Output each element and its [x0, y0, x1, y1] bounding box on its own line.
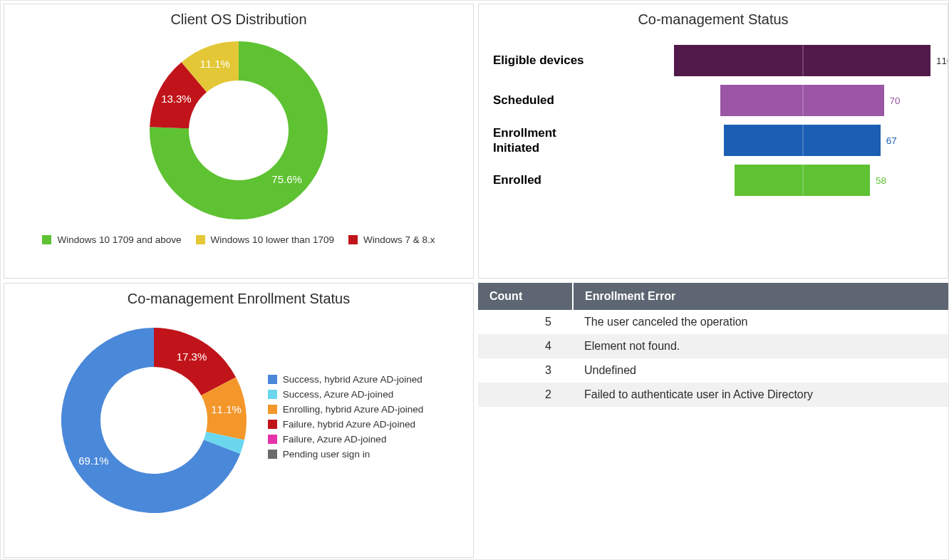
cell-count: 3: [478, 358, 573, 383]
legend-label: Failure, hybrid Azure AD-joined: [283, 419, 415, 430]
cell-error: The user canceled the operation: [573, 310, 948, 334]
funnel-label: Enrolled: [486, 172, 671, 187]
legend-item[interactable]: Failure, Azure AD-joined: [268, 434, 423, 445]
legend-label: Windows 10 1709 and above: [57, 234, 181, 245]
legend-item[interactable]: Failure, hybrid Azure AD-joined: [268, 419, 423, 430]
funnel-bar[interactable]: 58: [735, 165, 870, 196]
legend-label: Failure, Azure AD-joined: [283, 434, 387, 445]
funnel-label: Eligible devices: [486, 53, 671, 68]
donut-segment-label: 17.3%: [177, 351, 207, 363]
legend-label: Success, Azure AD-joined: [283, 389, 393, 400]
tile-error-table: Count Enrollment Error 5The user cancele…: [478, 283, 948, 558]
tile-title: Client OS Distribution: [4, 11, 473, 28]
funnel-bar[interactable]: 70: [720, 85, 883, 116]
funnel-bar-zone: 58: [671, 165, 933, 196]
table-row[interactable]: 2Failed to authenticate user in Active D…: [478, 383, 948, 407]
legend-label: Windows 10 lower than 1709: [211, 234, 334, 245]
legend-label: Enrolling, hybrid Azure AD-joined: [283, 404, 423, 415]
legend-enroll: Success, hybrid Azure AD-joinedSuccess, …: [268, 374, 430, 460]
legend-item[interactable]: Windows 7 & 8.x: [348, 234, 435, 245]
legend-swatch: [268, 450, 277, 459]
error-table: Count Enrollment Error 5The user cancele…: [478, 283, 948, 407]
legend-item[interactable]: Enrolling, hybrid Azure AD-joined: [268, 404, 423, 415]
legend-swatch: [268, 405, 277, 414]
donut-segment-label: 69.1%: [78, 455, 109, 467]
funnel-bar-zone: 110: [671, 45, 933, 76]
funnel-bar-zone: 67: [671, 125, 933, 156]
tile-title: Co-management Enrollment Status: [4, 291, 473, 307]
cell-count: 4: [478, 334, 573, 358]
funnel-value: 110: [936, 56, 948, 66]
funnel-value: 58: [876, 175, 886, 186]
funnel-label: EnrollmentInitiated: [486, 125, 671, 156]
legend-swatch: [268, 435, 277, 444]
funnel-bar[interactable]: 67: [724, 125, 880, 156]
tile-enrollment-status: Co-management Enrollment Status 17.3%11.…: [4, 283, 474, 558]
col-header-error[interactable]: Enrollment Error: [573, 283, 948, 310]
funnel-row[interactable]: Scheduled70: [486, 85, 933, 116]
donut-segment-label: 11.1%: [199, 58, 230, 70]
legend-item[interactable]: Windows 10 lower than 1709: [196, 234, 334, 245]
dashboard: Client OS Distribution 75.6%13.3%11.1% W…: [0, 0, 949, 560]
legend-item[interactable]: Pending user sign in: [268, 449, 423, 460]
funnel-row[interactable]: Eligible devices110: [486, 45, 933, 76]
legend-swatch: [268, 420, 277, 429]
legend-item[interactable]: Success, Azure AD-joined: [268, 389, 423, 400]
tile-client-os-distribution: Client OS Distribution 75.6%13.3%11.1% W…: [4, 4, 474, 279]
funnel-label: Scheduled: [486, 93, 671, 108]
tile-comgmt-status: Co-management Status Eligible devices110…: [478, 4, 948, 279]
donut-segment-label: 11.1%: [211, 403, 242, 415]
legend-label: Windows 7 & 8.x: [363, 234, 435, 245]
legend-swatch: [268, 390, 277, 399]
col-header-count[interactable]: Count: [478, 283, 573, 310]
funnel-bar-zone: 70: [671, 85, 933, 116]
funnel-value: 67: [886, 135, 897, 146]
cell-error: Failed to authenticate user in Active Di…: [573, 383, 948, 407]
funnel-row[interactable]: Enrolled58: [486, 165, 933, 196]
donut-segment-label: 75.6%: [271, 173, 302, 185]
table-row[interactable]: 5The user canceled the operation: [478, 310, 948, 334]
funnel-chart[interactable]: Eligible devices110Scheduled70Enrollment…: [479, 31, 948, 203]
donut-segment-label: 13.3%: [161, 93, 192, 105]
legend-swatch: [268, 375, 277, 384]
legend-label: Pending user sign in: [283, 449, 370, 460]
funnel-row[interactable]: EnrollmentInitiated67: [486, 125, 933, 156]
funnel-value: 70: [890, 95, 901, 106]
legend-item[interactable]: Success, hybrid Azure AD-joined: [268, 374, 423, 385]
funnel-bar[interactable]: 110: [674, 45, 930, 76]
legend-swatch: [196, 235, 205, 244]
cell-error: Undefined: [573, 358, 948, 383]
legend-swatch: [42, 235, 51, 244]
cell-count: 2: [478, 383, 573, 407]
tile-title: Co-management Status: [479, 11, 948, 28]
legend-swatch: [348, 235, 358, 244]
legend-label: Success, hybrid Azure AD-joined: [283, 374, 422, 385]
legend-item[interactable]: Windows 10 1709 and above: [42, 234, 181, 245]
cell-count: 5: [478, 310, 573, 334]
table-row[interactable]: 3Undefined: [478, 358, 948, 383]
donut-chart-enroll[interactable]: 17.3%11.1%69.1%: [47, 310, 261, 524]
legend-os: Windows 10 1709 and aboveWindows 10 lowe…: [35, 230, 442, 252]
donut-chart-os[interactable]: 75.6%13.3%11.1%: [132, 31, 346, 230]
table-row[interactable]: 4Element not found.: [478, 334, 948, 358]
cell-error: Element not found.: [573, 334, 948, 358]
